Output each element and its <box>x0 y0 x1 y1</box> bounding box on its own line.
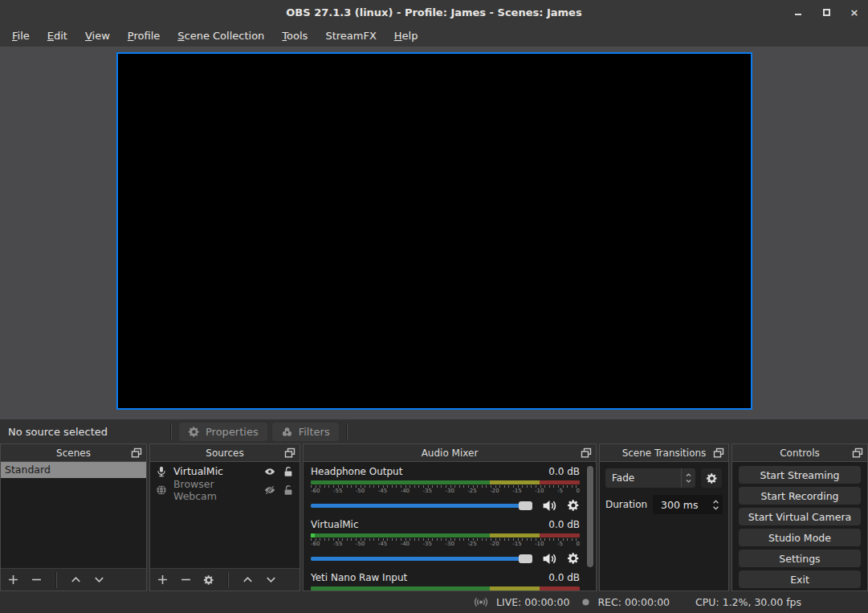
filters-icon <box>281 426 293 438</box>
start-streaming-button[interactable]: Start Streaming <box>739 466 861 484</box>
channel-name: Headphone Output <box>311 466 402 477</box>
transition-selected-value: Fade <box>605 472 681 484</box>
meter-tick-labels: -60-55-50-45-40-35-30-25-20-15-10-50 <box>311 488 580 495</box>
maximize-icon[interactable] <box>821 6 832 18</box>
menu-scene-collection[interactable]: Scene Collection <box>169 27 273 45</box>
tick-label: 0 <box>576 488 579 495</box>
start-recording-button[interactable]: Start Recording <box>739 487 861 505</box>
controls-panel: Controls Start Streaming Start Recording… <box>731 443 868 591</box>
chevron-up-icon[interactable] <box>242 574 254 586</box>
duration-spinbox[interactable]: 300 ms <box>653 495 723 514</box>
start-virtual-camera-button[interactable]: Start Virtual Camera <box>739 508 861 525</box>
speaker-icon[interactable] <box>542 499 557 513</box>
tick-label: -15 <box>512 488 521 495</box>
popout-icon[interactable] <box>713 447 724 458</box>
settings-button[interactable]: Settings <box>739 550 861 567</box>
menu-view[interactable]: View <box>76 27 119 45</box>
controls-body: Start Streaming Start Recording Start Vi… <box>732 462 867 591</box>
tick-label: -60 <box>311 541 320 548</box>
source-toolbar: No source selected Properties Filters <box>0 419 868 443</box>
menu-file[interactable]: File <box>3 27 39 45</box>
tick-label: -50 <box>356 541 365 548</box>
plus-icon[interactable] <box>7 574 19 586</box>
scene-transitions-title: Scene Transitions <box>622 447 707 459</box>
scene-transitions-header[interactable]: Scene Transitions <box>600 444 728 462</box>
channel-volume-db: 0.0 dB <box>548 572 580 583</box>
toolbar-separator <box>170 423 172 439</box>
scenes-list: Standard <box>1 462 146 568</box>
gear-icon <box>706 472 718 484</box>
mixer-channel-yeti-nano: Yeti Nano Raw Input 0.0 dB -60-55-50-45-… <box>311 572 580 591</box>
unlock-icon[interactable] <box>283 484 294 496</box>
chevron-down-icon[interactable] <box>265 574 277 586</box>
menu-profile[interactable]: Profile <box>119 27 169 45</box>
tick-label: -45 <box>378 541 387 548</box>
studio-mode-button[interactable]: Studio Mode <box>739 529 861 546</box>
menu-streamfx[interactable]: StreamFX <box>316 27 385 45</box>
audio-mixer-header[interactable]: Audio Mixer <box>304 444 596 462</box>
menu-help[interactable]: Help <box>385 27 427 45</box>
tick-label: -25 <box>467 541 476 548</box>
gear-icon[interactable] <box>567 552 580 565</box>
chevron-down-icon <box>711 505 720 511</box>
chevron-down-icon <box>685 479 692 484</box>
mixer-scrollbar[interactable] <box>587 466 593 567</box>
preview-canvas[interactable] <box>116 52 752 410</box>
minus-icon[interactable] <box>31 574 43 586</box>
minus-icon[interactable] <box>180 574 192 586</box>
menu-edit[interactable]: Edit <box>39 27 76 45</box>
sources-title: Sources <box>206 447 243 459</box>
properties-button[interactable]: Properties <box>179 423 267 441</box>
duration-value: 300 ms <box>653 499 710 511</box>
filters-button[interactable]: Filters <box>272 423 339 441</box>
volume-slider[interactable] <box>311 504 532 508</box>
slider-handle[interactable] <box>519 554 532 563</box>
volume-slider[interactable] <box>311 557 532 561</box>
sources-header[interactable]: Sources <box>150 444 300 462</box>
title-bar[interactable]: OBS 27.1.3 (linux) - Profile: James - Sc… <box>0 0 868 24</box>
scene-item-standard[interactable]: Standard <box>1 462 146 478</box>
slider-handle[interactable] <box>519 501 532 510</box>
popout-icon[interactable] <box>852 447 863 458</box>
source-row-browser-webcam[interactable]: Browser Webcam <box>150 480 300 499</box>
chevron-up-icon[interactable] <box>70 574 82 586</box>
eye-slash-icon[interactable] <box>263 484 276 496</box>
tick-label: -35 <box>423 541 432 548</box>
meter-level-indicator <box>311 533 315 537</box>
status-bar: LIVE: 00:00:00 REC: 00:00:00 CPU: 1.2%, … <box>0 591 868 613</box>
transition-properties-button[interactable] <box>701 468 722 488</box>
gear-icon[interactable] <box>567 499 580 512</box>
dock-row: Scenes Standard Sources <box>0 443 868 591</box>
tick-label: -55 <box>333 488 342 495</box>
scenes-panel: Scenes Standard <box>0 443 147 591</box>
popout-icon[interactable] <box>131 447 142 458</box>
close-icon[interactable]: × <box>849 6 860 18</box>
combo-spinner[interactable] <box>681 468 695 488</box>
mixer-channel-virtualmic: VirtualMic 0.0 dB -60-55-50-45-40-35-30-… <box>311 519 580 568</box>
microphone-icon <box>156 466 167 477</box>
minimize-icon[interactable] <box>793 6 804 18</box>
duration-spinner[interactable] <box>710 499 723 511</box>
eye-icon[interactable] <box>263 466 276 477</box>
tick-label: -40 <box>401 541 410 548</box>
unlock-icon[interactable] <box>283 466 294 477</box>
live-status: LIVE: 00:00:00 <box>472 596 569 608</box>
exit-button[interactable]: Exit <box>739 570 861 588</box>
broadcast-icon <box>472 596 490 608</box>
cpu-fps-stats: CPU: 1.2%, 30.00 fps <box>695 596 801 608</box>
popout-icon[interactable] <box>581 447 592 458</box>
tick-label: -30 <box>445 488 454 495</box>
plus-icon[interactable] <box>157 574 169 586</box>
popout-icon[interactable] <box>284 447 295 458</box>
controls-header[interactable]: Controls <box>732 444 867 462</box>
speaker-icon[interactable] <box>542 552 557 566</box>
chevron-down-icon[interactable] <box>93 574 105 586</box>
rec-time: REC: 00:00:00 <box>597 596 670 608</box>
menu-tools[interactable]: Tools <box>273 27 316 45</box>
gear-icon[interactable] <box>203 574 214 586</box>
scenes-header[interactable]: Scenes <box>1 444 146 462</box>
properties-label: Properties <box>206 426 259 438</box>
transition-select[interactable]: Fade <box>605 468 695 488</box>
source-status-label: No source selected <box>8 426 165 438</box>
source-name: Browser Webcam <box>173 478 257 502</box>
